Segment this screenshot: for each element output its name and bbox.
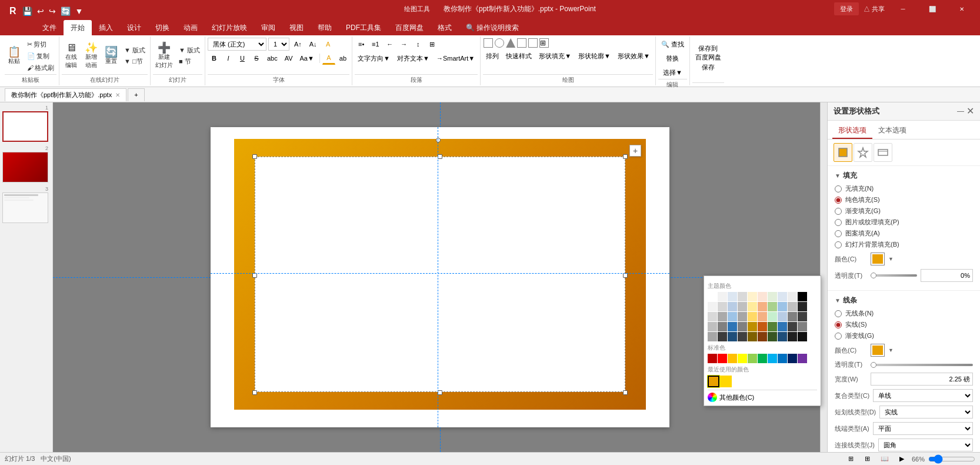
- fill-color-dropdown[interactable]: ▼: [888, 256, 894, 262]
- shape-inner-box[interactable]: [255, 157, 625, 392]
- char-spacing-button[interactable]: AV: [282, 52, 296, 65]
- tab-format[interactable]: 格式: [431, 20, 459, 35]
- slide-img-2[interactable]: [2, 152, 48, 182]
- tab-transition[interactable]: 切换: [148, 20, 176, 35]
- tab-baidu[interactable]: 百度网盘: [388, 20, 431, 35]
- bullets-button[interactable]: ≡•: [355, 38, 368, 51]
- slide-img-3[interactable]: [2, 192, 48, 223]
- slide-layout-btn[interactable]: ▼ 版式: [176, 45, 202, 56]
- color-e2efda[interactable]: [768, 292, 777, 301]
- c2-7[interactable]: [768, 302, 777, 311]
- fill-transparency-thumb[interactable]: [871, 273, 876, 278]
- c5-8[interactable]: [778, 332, 787, 341]
- fill-header[interactable]: ▼ 填充: [835, 171, 973, 181]
- shape4[interactable]: [517, 38, 526, 48]
- slide-thumbnail-1[interactable]: 1: [2, 105, 48, 142]
- sc-yellow[interactable]: [738, 354, 747, 363]
- fill-pattern[interactable]: 图案填充(A): [835, 229, 973, 238]
- panel-minimize[interactable]: —: [957, 108, 964, 115]
- handle-br[interactable]: [623, 390, 628, 395]
- c5-2[interactable]: [718, 332, 727, 341]
- slide-img-1[interactable]: [2, 111, 48, 142]
- slide-thumbnail-3[interactable]: 3: [2, 186, 48, 223]
- slideshow-btn[interactable]: ▶: [895, 453, 908, 466]
- tab-view[interactable]: 视图: [282, 20, 311, 35]
- c4-8[interactable]: [778, 322, 787, 331]
- color-d9d9d9[interactable]: [738, 292, 747, 301]
- slide-section-btn[interactable]: ■ 节: [176, 57, 202, 67]
- new-tab-button[interactable]: +: [128, 88, 144, 101]
- cp-more-colors[interactable]: 其他颜色(C): [708, 390, 817, 402]
- c2-9[interactable]: [788, 302, 797, 311]
- effect-icon[interactable]: [854, 143, 872, 162]
- reading-view-btn[interactable]: 📖: [878, 453, 892, 466]
- online-edit-button[interactable]: 🖥 在线编辑: [62, 41, 81, 71]
- fill-transparency-slider[interactable]: [871, 274, 917, 277]
- font-family-select[interactable]: 黑体 (正文): [208, 38, 266, 51]
- c5-6[interactable]: [758, 332, 767, 341]
- restore-button[interactable]: ⬜: [919, 0, 946, 18]
- handle-bl[interactable]: [252, 390, 257, 395]
- line-spacing[interactable]: ↕: [412, 38, 425, 51]
- shadow-button[interactable]: abc: [264, 52, 281, 65]
- handle-tr[interactable]: [623, 154, 628, 159]
- size-icon[interactable]: [874, 143, 892, 162]
- c5-10[interactable]: [798, 332, 807, 341]
- c4-7[interactable]: [768, 322, 777, 331]
- sc-red[interactable]: [718, 354, 727, 363]
- tab-slideshow[interactable]: 幻灯片放映: [205, 20, 254, 35]
- c3-2[interactable]: [718, 312, 727, 321]
- line-transparency-slider[interactable]: [871, 364, 973, 366]
- tab-search[interactable]: 🔍操作说明搜索: [459, 20, 526, 35]
- rc-orange[interactable]: [708, 376, 719, 387]
- line-header[interactable]: ▼ 线条: [835, 295, 973, 305]
- slide-sorter-btn[interactable]: ⊞: [861, 453, 874, 466]
- doc-tab-close[interactable]: ✕: [115, 92, 120, 98]
- c5-3[interactable]: [728, 332, 737, 341]
- c5-7[interactable]: [768, 332, 777, 341]
- sc-purple[interactable]: [798, 354, 807, 363]
- convert-smartart[interactable]: →SmartArt▼: [434, 52, 478, 65]
- c3-9[interactable]: [788, 312, 797, 321]
- underline-button[interactable]: U: [236, 52, 249, 65]
- fill-picture[interactable]: 图片或纹理填充(P): [835, 218, 973, 227]
- tab-insert[interactable]: 插入: [92, 20, 120, 35]
- panel-tab-shape[interactable]: 形状选项: [832, 123, 872, 139]
- line-gradient[interactable]: 渐变线(G): [835, 331, 973, 340]
- text-direction[interactable]: 文字方向▼: [355, 52, 393, 65]
- c3-3[interactable]: [728, 312, 737, 321]
- tab-file[interactable]: 文件: [35, 20, 64, 35]
- c3-8[interactable]: [778, 312, 787, 321]
- redo-quickbtn[interactable]: ↪: [48, 5, 57, 17]
- triangle-shape[interactable]: [506, 38, 515, 48]
- c4-6[interactable]: [758, 322, 767, 331]
- line-connect-select[interactable]: 圆角: [878, 439, 973, 451]
- replace-button[interactable]: 替换: [663, 52, 682, 65]
- fill-line-icon[interactable]: [834, 143, 852, 162]
- line-color-swatch[interactable]: [871, 344, 885, 357]
- c3-1[interactable]: [708, 312, 717, 321]
- font-size-select[interactable]: 18: [268, 38, 289, 51]
- color-ed[interactable]: [788, 292, 797, 301]
- increase-indent[interactable]: →: [398, 38, 411, 51]
- handle-tl[interactable]: [252, 154, 257, 159]
- sc-lightgreen[interactable]: [748, 354, 757, 363]
- handle-ml[interactable]: [252, 273, 257, 278]
- save-to-cloud[interactable]: 保存到百度网盘: [692, 46, 724, 59]
- fill-solid[interactable]: 纯色填充(S): [835, 195, 973, 204]
- strikethrough-button[interactable]: S: [250, 52, 263, 65]
- save-btn[interactable]: 保存: [699, 61, 718, 74]
- c5-1[interactable]: [708, 332, 717, 341]
- color-dce6f1[interactable]: [728, 292, 737, 301]
- normal-view-btn[interactable]: ⊞: [845, 453, 858, 466]
- highlight-button[interactable]: ab: [336, 52, 349, 65]
- rc-yellow[interactable]: [720, 376, 732, 387]
- line-dash-select[interactable]: 实线: [879, 406, 973, 418]
- find-button[interactable]: 🔍 查找: [658, 38, 687, 51]
- c2-1[interactable]: [708, 302, 717, 311]
- copy-button[interactable]: 📄 复制: [25, 51, 56, 61]
- font-color-button[interactable]: A: [322, 52, 335, 65]
- line-end-select[interactable]: 平面: [873, 422, 973, 435]
- panel-close[interactable]: ✕: [966, 107, 974, 116]
- doc-tab-active[interactable]: 教你制作《ppt制作新入功能》.pptx ✕: [5, 88, 126, 101]
